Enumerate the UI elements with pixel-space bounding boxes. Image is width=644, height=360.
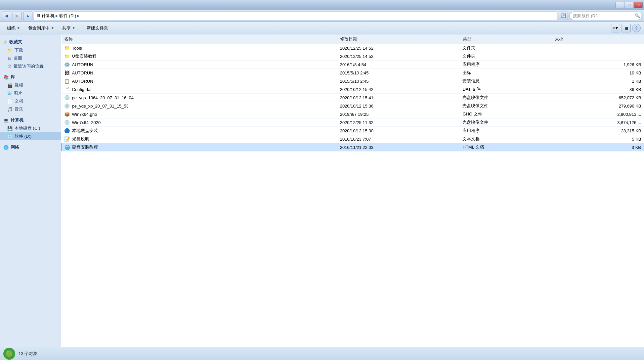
- up-button[interactable]: ▲: [23, 12, 32, 20]
- file-date-cell: 2020/10/12 15:30: [337, 127, 460, 135]
- file-size-cell: 279,696 KB: [552, 102, 644, 110]
- file-date-cell: 2016/10/23 7:07: [337, 135, 460, 143]
- file-type-cell: 安装信息: [460, 77, 552, 85]
- file-icon: 📁: [64, 53, 70, 59]
- search-wrapper: 🔍: [569, 12, 642, 20]
- file-size-cell: 5 KB: [552, 135, 644, 143]
- table-row[interactable]: 💿 pe_yqs_1064_20_07_31_16_04 2020/10/12 …: [62, 94, 644, 102]
- refresh-button[interactable]: 🔄: [559, 12, 568, 20]
- folder-icon: 📁: [7, 48, 13, 53]
- preview-button[interactable]: ▦: [622, 24, 631, 32]
- file-size-cell: 652,072 KB: [552, 94, 644, 102]
- address-breadcrumb[interactable]: 🖥 计算机 ▶ 软件 (D:) ▶: [34, 12, 557, 20]
- sidebar-item-image[interactable]: 🖼 图片: [0, 89, 61, 97]
- status-bar: 🟢 13 个对象: [0, 347, 644, 360]
- computer-label: 计算机: [11, 117, 23, 123]
- share-button[interactable]: 共享 ▼: [59, 23, 79, 33]
- sidebar-section-network: 🌐 网络: [0, 143, 61, 152]
- sidebar-item-document[interactable]: 📄 文档: [0, 97, 61, 105]
- clock-icon: ⏱: [7, 64, 12, 69]
- table-row[interactable]: 🌐 硬盘安装教程 2016/11/21 22:03 HTML 文档 3 KB: [62, 143, 644, 152]
- new-folder-button[interactable]: 新建文件夹: [83, 23, 112, 33]
- file-type-cell: 文本文档: [460, 135, 552, 143]
- file-name: AUTORUN: [72, 62, 93, 67]
- file-type-cell: 文件夹: [460, 52, 552, 61]
- close-button[interactable]: ✕: [634, 2, 643, 8]
- column-header-name[interactable]: 名称: [62, 34, 337, 44]
- table-row[interactable]: 📁 U盘安装教程 2020/12/25 14:52 文件夹: [62, 52, 644, 61]
- table-row[interactable]: 📦 Win7x64.gho 2019/9/7 19:25 GHO 文件 2,90…: [62, 110, 644, 118]
- file-icon: 🔵: [64, 128, 70, 134]
- file-name: 硬盘安装教程: [72, 144, 98, 150]
- sidebar-item-download[interactable]: 📁 下载: [0, 46, 61, 54]
- table-header-row: 名称 修改日期 类型 大小: [62, 34, 644, 44]
- column-header-type[interactable]: 类型: [460, 34, 552, 44]
- sidebar-item-video[interactable]: 🎬 视频: [0, 81, 61, 89]
- file-type-cell: GHO 文件: [460, 110, 552, 118]
- table-row[interactable]: 🖼 AUTORUN 2015/5/10 2:45 图标 10 KB: [62, 69, 644, 77]
- sidebar-header-favorites: ★ 收藏夹: [0, 38, 61, 46]
- file-name-cell: 📝 光盘说明: [62, 135, 337, 143]
- file-type-cell: 应用程序: [460, 127, 552, 135]
- image-icon: 🖼: [7, 91, 12, 96]
- sidebar-item-label: 下载: [15, 47, 23, 53]
- sidebar-section-computer: 💻 计算机 💾 本地磁盘 (C:) 💿 软件 (D:): [0, 116, 61, 140]
- table-row[interactable]: 🔵 本地硬盘安装 2020/10/12 15:30 应用程序 28,315 KB: [62, 127, 644, 135]
- file-size-cell: 2,900,813 ...: [552, 110, 644, 118]
- minimize-button[interactable]: ─: [616, 2, 624, 8]
- file-type-cell: DAT 文件: [460, 85, 552, 94]
- favorites-label: 收藏夹: [9, 39, 22, 45]
- file-name-cell: 📁 U盘安装教程: [62, 52, 337, 61]
- table-row[interactable]: 💿 Win7x64_2020 2020/12/25 11:32 光盘映像文件 3…: [62, 118, 644, 127]
- file-size-cell: 28,315 KB: [552, 127, 644, 135]
- sidebar-item-desktop[interactable]: 🖥 桌面: [0, 54, 61, 62]
- share-dropdown-icon: ▼: [72, 26, 75, 30]
- include-library-dropdown-icon: ▼: [51, 26, 54, 30]
- library-label: 库: [11, 74, 15, 80]
- file-date-cell: 2020/10/12 15:42: [337, 85, 460, 94]
- sidebar-item-music[interactable]: 🎵 音乐: [0, 105, 61, 113]
- network-label: 网络: [11, 144, 19, 150]
- file-name-cell: 🔵 本地硬盘安装: [62, 127, 337, 135]
- table-row[interactable]: 📄 Config.dat 2020/10/12 15:42 DAT 文件 36 …: [62, 85, 644, 94]
- forward-button[interactable]: ▶: [13, 12, 22, 20]
- table-row[interactable]: 📝 光盘说明 2016/10/23 7:07 文本文档 5 KB: [62, 135, 644, 143]
- sidebar-item-label: 图片: [14, 90, 22, 96]
- file-icon: 💿: [64, 95, 70, 101]
- drive-c-icon: 💾: [7, 126, 13, 131]
- column-header-date[interactable]: 修改日期: [337, 34, 460, 44]
- help-button[interactable]: ?: [632, 24, 641, 32]
- sidebar-item-drive-d[interactable]: 💿 软件 (D:): [0, 132, 61, 140]
- file-size-cell: 36 KB: [552, 85, 644, 94]
- file-date-cell: 2020/12/25 14:52: [337, 44, 460, 52]
- sidebar-header-network: 🌐 网络: [0, 143, 61, 152]
- table-row[interactable]: 📁 Tools 2020/12/25 14:52 文件夹: [62, 44, 644, 52]
- sidebar-item-drive-c[interactable]: 💾 本地磁盘 (C:): [0, 124, 61, 132]
- file-name-cell: 💿 pe_yqs_1064_20_07_31_16_04: [62, 94, 337, 102]
- breadcrumb-icon: 🖥: [36, 13, 40, 18]
- include-library-label: 包含到库中: [28, 25, 50, 31]
- view-button[interactable]: ≡▼: [611, 24, 620, 32]
- include-library-button[interactable]: 包含到库中 ▼: [24, 23, 58, 33]
- column-header-size[interactable]: 大小: [552, 34, 644, 44]
- sidebar: ★ 收藏夹 📁 下载 🖥 桌面 ⏱ 最近访问的位置 📚 库 �: [0, 34, 61, 347]
- back-button[interactable]: ◀: [2, 12, 11, 20]
- search-input[interactable]: [569, 12, 642, 20]
- table-row[interactable]: 💿 pe_yqs_xp_20_07_31_15_53 2020/10/12 15…: [62, 102, 644, 110]
- maximize-button[interactable]: □: [625, 2, 633, 8]
- table-row[interactable]: ⚙️ AUTORUN 2016/1/8 4:54 应用程序 1,926 KB: [62, 61, 644, 69]
- star-icon: ★: [3, 40, 7, 45]
- breadcrumb-drive[interactable]: 软件 (D:): [59, 13, 76, 19]
- search-icon[interactable]: 🔍: [635, 13, 640, 18]
- file-name: Tools: [72, 46, 82, 51]
- file-type-cell: 图标: [460, 69, 552, 77]
- sidebar-item-label: 文档: [15, 98, 23, 104]
- table-row[interactable]: 📋 AUTORUN 2015/5/10 2:45 安装信息 1 KB: [62, 77, 644, 85]
- breadcrumb-computer[interactable]: 计算机: [42, 13, 55, 19]
- file-icon: 💿: [64, 103, 70, 109]
- organize-button[interactable]: 组织 ▼: [3, 23, 24, 33]
- sidebar-item-recent[interactable]: ⏱ 最近访问的位置: [0, 62, 61, 70]
- file-name-cell: ⚙️ AUTORUN: [62, 61, 337, 69]
- file-name-cell: 💿 Win7x64_2020: [62, 118, 337, 127]
- sidebar-section-library: 📚 库 🎬 视频 🖼 图片 📄 文档 🎵 音乐: [0, 73, 61, 113]
